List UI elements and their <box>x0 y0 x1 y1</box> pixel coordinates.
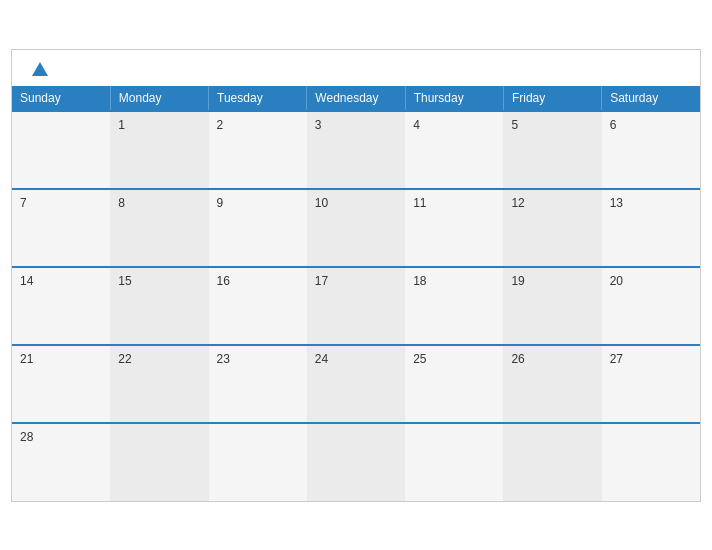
day-number: 18 <box>413 274 426 288</box>
calendar-container: SundayMondayTuesdayWednesdayThursdayFrid… <box>11 49 701 502</box>
calendar-cell: 1 <box>110 111 208 189</box>
day-number: 24 <box>315 352 328 366</box>
calendar-cell: 3 <box>307 111 405 189</box>
week-row-4: 21222324252627 <box>12 345 700 423</box>
day-number: 2 <box>217 118 224 132</box>
day-number: 3 <box>315 118 322 132</box>
day-number: 15 <box>118 274 131 288</box>
day-number: 26 <box>511 352 524 366</box>
calendar-cell: 24 <box>307 345 405 423</box>
calendar-grid: SundayMondayTuesdayWednesdayThursdayFrid… <box>12 86 700 501</box>
weekday-header-monday: Monday <box>110 86 208 111</box>
calendar-cell: 14 <box>12 267 110 345</box>
day-number: 19 <box>511 274 524 288</box>
calendar-cell: 2 <box>209 111 307 189</box>
calendar-cell: 10 <box>307 189 405 267</box>
day-number: 8 <box>118 196 125 210</box>
day-number: 16 <box>217 274 230 288</box>
calendar-cell: 16 <box>209 267 307 345</box>
calendar-cell: 28 <box>12 423 110 501</box>
calendar-cell <box>12 111 110 189</box>
calendar-cell: 7 <box>12 189 110 267</box>
day-number: 13 <box>610 196 623 210</box>
calendar-cell: 9 <box>209 189 307 267</box>
day-number: 12 <box>511 196 524 210</box>
day-number: 11 <box>413 196 426 210</box>
week-row-2: 78910111213 <box>12 189 700 267</box>
week-row-3: 14151617181920 <box>12 267 700 345</box>
weekday-header-wednesday: Wednesday <box>307 86 405 111</box>
calendar-cell: 23 <box>209 345 307 423</box>
day-number: 27 <box>610 352 623 366</box>
calendar-cell: 22 <box>110 345 208 423</box>
calendar-cell <box>405 423 503 501</box>
calendar-cell: 11 <box>405 189 503 267</box>
day-number: 1 <box>118 118 125 132</box>
week-row-1: 123456 <box>12 111 700 189</box>
day-number: 25 <box>413 352 426 366</box>
calendar-header-row: SundayMondayTuesdayWednesdayThursdayFrid… <box>12 86 700 111</box>
weekday-header-thursday: Thursday <box>405 86 503 111</box>
day-number: 4 <box>413 118 420 132</box>
weekday-header-friday: Friday <box>503 86 601 111</box>
calendar-cell: 19 <box>503 267 601 345</box>
calendar-cell: 15 <box>110 267 208 345</box>
calendar-header <box>12 50 700 86</box>
logo-triangle-icon <box>32 62 48 76</box>
calendar-cell: 27 <box>602 345 700 423</box>
calendar-cell <box>602 423 700 501</box>
calendar-cell: 12 <box>503 189 601 267</box>
calendar-cell <box>307 423 405 501</box>
day-number: 14 <box>20 274 33 288</box>
weekday-header-tuesday: Tuesday <box>209 86 307 111</box>
day-number: 17 <box>315 274 328 288</box>
weekday-header-saturday: Saturday <box>602 86 700 111</box>
calendar-cell <box>110 423 208 501</box>
week-row-5: 28 <box>12 423 700 501</box>
day-number: 22 <box>118 352 131 366</box>
calendar-cell: 6 <box>602 111 700 189</box>
logo <box>28 62 48 78</box>
calendar-cell: 26 <box>503 345 601 423</box>
weekday-header-sunday: Sunday <box>12 86 110 111</box>
day-number: 5 <box>511 118 518 132</box>
calendar-cell: 17 <box>307 267 405 345</box>
calendar-cell: 4 <box>405 111 503 189</box>
day-number: 10 <box>315 196 328 210</box>
calendar-cell: 13 <box>602 189 700 267</box>
calendar-cell: 5 <box>503 111 601 189</box>
calendar-cell: 21 <box>12 345 110 423</box>
day-number: 23 <box>217 352 230 366</box>
calendar-cell: 25 <box>405 345 503 423</box>
day-number: 20 <box>610 274 623 288</box>
day-number: 6 <box>610 118 617 132</box>
calendar-cell: 8 <box>110 189 208 267</box>
day-number: 28 <box>20 430 33 444</box>
calendar-cell: 20 <box>602 267 700 345</box>
calendar-body: 1234567891011121314151617181920212223242… <box>12 111 700 501</box>
calendar-cell: 18 <box>405 267 503 345</box>
day-number: 21 <box>20 352 33 366</box>
calendar-cell <box>209 423 307 501</box>
day-number: 7 <box>20 196 27 210</box>
day-number: 9 <box>217 196 224 210</box>
calendar-cell <box>503 423 601 501</box>
